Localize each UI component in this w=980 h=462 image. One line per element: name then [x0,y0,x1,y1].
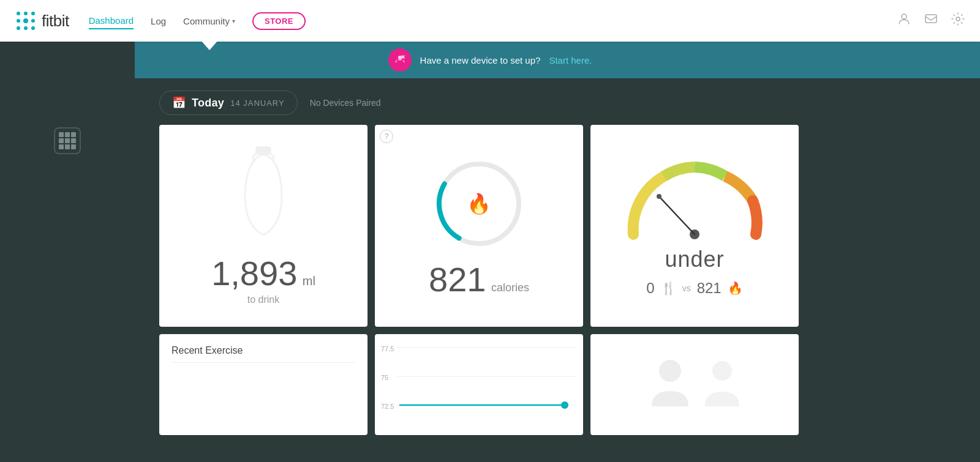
message-icon[interactable] [924,12,938,30]
nav-indicator-arrow [201,40,218,50]
fitbit-logo-icon [15,10,37,32]
balance-values: 0 🍴 vs 821 🔥 [646,280,742,297]
date-picker-button[interactable]: 📅 Today 14 JANUARY [159,91,298,115]
burn-calories-value: 821 [697,280,722,297]
calories-value: 821 [429,260,486,299]
vs-label: vs [682,283,691,293]
person-icon[interactable] [897,12,911,30]
svg-point-0 [17,12,20,15]
weight-card[interactable]: 77.5 75 72.5 [375,334,583,435]
svg-text:77.5: 77.5 [381,345,394,352]
svg-point-5 [31,19,35,23]
svg-point-9 [902,14,907,19]
exercise-title: Recent Exercise [172,345,355,356]
calendar-icon: 📅 [172,96,186,110]
setup-text: Have a new device to set up? [420,55,541,65]
weight-chart: 77.5 75 72.5 [375,334,583,435]
svg-line-19 [659,196,695,234]
setup-link[interactable]: Start here. [549,55,592,65]
calories-card[interactable]: ? 🔥 821 calories [375,125,583,327]
gauge-chart [615,155,774,240]
water-bottle-icon [239,146,288,244]
setup-banner: Have a new device to set up? Start here. [0,42,980,78]
settings-gear-icon[interactable] [951,12,965,30]
friend-icon-1 [649,357,692,412]
date-bar: 📅 Today 14 JANUARY No Devices Paired [159,91,980,115]
grid-view-button[interactable] [54,127,81,154]
chevron-down-icon: ▾ [232,18,235,24]
cards-row-1: 1,893 ml to drink ? 🔥 821 calories [159,125,980,327]
svg-rect-10 [925,15,937,23]
svg-point-7 [24,26,28,30]
water-unit: ml [303,274,315,288]
svg-point-20 [657,194,662,199]
help-icon[interactable]: ? [380,130,393,143]
svg-rect-13 [255,147,271,149]
svg-point-8 [31,26,35,30]
friends-card[interactable] [590,334,799,435]
flame-icon: 🔥 [467,192,491,215]
top-nav: fitbit Dashboard Log Community ▾ STORE [0,0,980,42]
cards-row-2: Recent Exercise 77.5 75 72.5 [159,334,980,435]
svg-point-4 [23,18,28,23]
today-label: Today [192,97,224,110]
svg-point-27 [561,401,568,409]
setup-link-icon [388,48,412,72]
svg-text:72.5: 72.5 [381,403,394,410]
balance-card[interactable]: under 0 🍴 vs 821 🔥 [590,125,799,327]
water-card[interactable]: 1,893 ml to drink [159,125,368,327]
grid-dots-icon [59,132,76,149]
calories-value-row: 821 calories [429,263,529,297]
food-calories-value: 0 [646,280,654,297]
calories-ring: 🔥 [430,155,528,253]
nav-right-icons [897,12,965,30]
water-value: 1,893 [211,254,297,292]
svg-point-1 [24,12,28,15]
nav-links: Dashboard Log Community ▾ STORE [89,12,897,30]
sidebar [0,42,135,462]
svg-point-11 [956,17,960,21]
water-label: to drink [247,294,279,305]
svg-point-6 [17,26,20,30]
svg-rect-15 [255,152,271,154]
svg-point-28 [659,360,681,382]
calories-unit: calories [491,281,529,294]
date-text: 14 JANUARY [230,99,285,108]
main-content: 📅 Today 14 JANUARY No Devices Paired 1,8… [0,78,980,462]
balance-flame-icon: 🔥 [728,281,743,296]
exercise-divider [172,362,355,363]
friends-icons [649,357,741,412]
svg-point-2 [31,12,35,15]
nav-log[interactable]: Log [151,13,166,29]
store-button[interactable]: STORE [252,12,306,30]
water-value-row: 1,893 ml [211,256,315,291]
nav-dashboard[interactable]: Dashboard [89,13,134,29]
logo-text: fitbit [42,12,69,31]
fork-icon: 🍴 [661,281,676,296]
svg-rect-14 [255,150,271,152]
nav-community[interactable]: Community ▾ [183,13,235,29]
svg-point-29 [712,361,732,381]
svg-text:75: 75 [381,374,388,381]
balance-label: under [665,247,724,272]
exercise-card[interactable]: Recent Exercise [159,334,368,435]
friend-icon-2 [704,357,741,412]
logo-area: fitbit [15,10,69,32]
no-devices-text: No Devices Paired [310,98,381,108]
svg-point-3 [17,19,20,23]
